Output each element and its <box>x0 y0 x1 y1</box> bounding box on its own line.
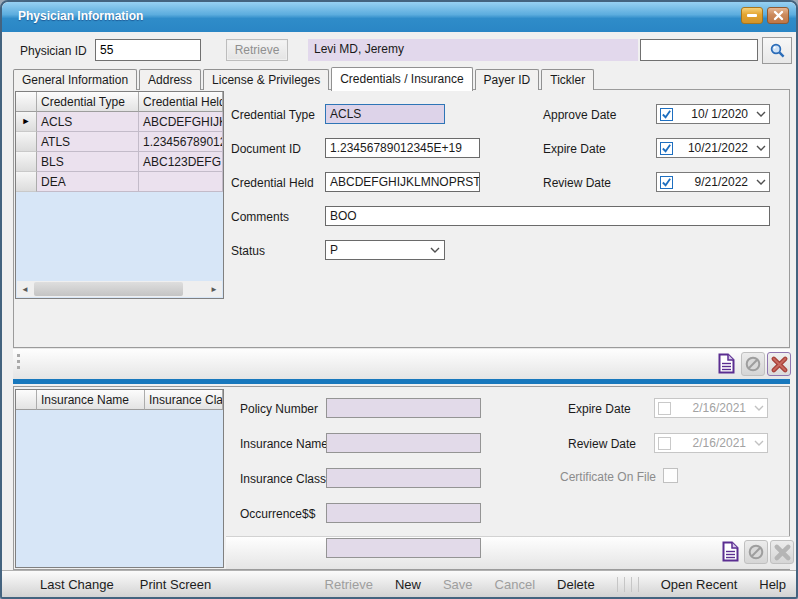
close-icon <box>773 10 784 21</box>
print-screen-menu-item[interactable]: Print Screen <box>140 577 212 592</box>
insurance-class-field-disabled <box>326 468 481 488</box>
grid-cell[interactable]: ABC123DEFG <box>139 152 223 172</box>
credential-row-acls[interactable]: ► ACLS ABCDEFGHIJKLMNOPRSTU <box>16 112 223 132</box>
insurance-grid[interactable]: Insurance Name Insurance Class <box>15 389 224 568</box>
chevron-down-icon[interactable] <box>753 145 769 151</box>
tab-tickler[interactable]: Tickler <box>541 69 594 90</box>
window-title: Physician Information <box>18 9 143 23</box>
chevron-down-icon[interactable] <box>426 247 444 253</box>
column-header-insurance-name[interactable]: Insurance Name <box>37 390 145 410</box>
certificate-on-file-label: Certificate On File <box>560 470 656 484</box>
credential-type-field[interactable]: ACLS <box>325 104 445 124</box>
scroll-right-arrow-icon[interactable]: ► <box>206 281 222 297</box>
minimize-button[interactable] <box>741 7 763 24</box>
physician-name-field: Levi MD, Jeremy <box>308 39 638 61</box>
open-recent-menu-item[interactable]: Open Recent <box>661 577 738 592</box>
column-header-credential-held[interactable]: Credential Held <box>139 92 223 112</box>
red-x-icon <box>770 355 789 374</box>
last-change-menu-item[interactable]: Last Change <box>40 577 114 592</box>
search-button[interactable] <box>762 37 792 64</box>
insurance-review-date-value: 2/16/2021 <box>671 436 751 450</box>
review-date-picker[interactable]: 9/21/2022 <box>656 172 770 192</box>
comments-label: Comments <box>231 210 289 224</box>
credential-held-field[interactable]: ABCDEFGHIJKLMNOPRSTU <box>325 172 480 192</box>
statusbar-right-group: Retrieve New Save Cancel Delete Open Rec… <box>325 577 796 592</box>
tab-general-information[interactable]: General Information <box>13 69 137 90</box>
approve-date-value: 10/ 1/2020 <box>673 107 753 121</box>
grid-cell[interactable]: ATLS <box>37 132 139 152</box>
row-selector[interactable] <box>16 172 37 192</box>
statusbar-separator <box>617 577 639 592</box>
expire-date-picker[interactable]: 10/21/2022 <box>656 138 770 158</box>
document-id-field[interactable]: 1.23456789012345E+19 <box>325 138 480 158</box>
scroll-left-arrow-icon[interactable]: ◄ <box>17 281 33 297</box>
delete-record-button[interactable] <box>767 352 791 376</box>
current-row-arrow-icon: ► <box>22 117 31 126</box>
scrollbar-track[interactable] <box>33 281 206 297</box>
insurance-name-field-disabled <box>326 433 481 453</box>
tab-payer-id[interactable]: Payer ID <box>475 69 540 90</box>
chevron-down-icon[interactable] <box>753 111 769 117</box>
new-menu-item[interactable]: New <box>395 577 421 592</box>
chevron-down-icon <box>751 440 767 446</box>
check-icon <box>661 143 672 154</box>
row-selector[interactable]: ► <box>16 112 37 132</box>
tab-address[interactable]: Address <box>139 69 201 90</box>
review-date-checkbox[interactable] <box>660 176 673 189</box>
help-menu-item[interactable]: Help <box>759 577 786 592</box>
status-value: P <box>326 243 426 257</box>
grid-cell[interactable]: ABCDEFGHIJKLMNOPRSTU <box>139 112 223 132</box>
grid-cell[interactable]: 1.23456789012345E+19 <box>139 132 223 152</box>
policy-number-field-disabled <box>326 398 481 418</box>
grid-cell[interactable] <box>139 172 223 192</box>
physician-id-label: Physician ID <box>20 44 87 58</box>
grid-cell[interactable]: BLS <box>37 152 139 172</box>
approve-date-label: Approve Date <box>543 108 616 122</box>
scrollbar-thumb[interactable] <box>34 282 183 296</box>
approve-date-checkbox[interactable] <box>660 108 673 121</box>
title-bar[interactable]: Physician Information <box>2 2 796 32</box>
insurance-expire-date-label: Expire Date <box>568 402 631 416</box>
insurance-toolstrip <box>226 536 790 569</box>
new-insurance-button[interactable] <box>718 539 742 563</box>
close-button[interactable] <box>767 7 789 24</box>
approve-date-picker[interactable]: 10/ 1/2020 <box>656 104 770 124</box>
column-header-credential-type[interactable]: Credential Type <box>37 92 139 112</box>
insurance-grid-header: Insurance Name Insurance Class <box>16 390 223 410</box>
column-header-insurance-class[interactable]: Insurance Class <box>145 390 223 410</box>
chevron-down-icon[interactable] <box>753 179 769 185</box>
physician-id-input[interactable] <box>95 39 201 61</box>
grid-cell[interactable]: DEA <box>37 172 139 192</box>
retrieve-button[interactable]: Retrieve <box>226 39 288 61</box>
credential-row-bls[interactable]: BLS ABC123DEFG <box>16 152 223 172</box>
tab-license-privileges[interactable]: License & Privileges <box>203 69 329 90</box>
expire-date-checkbox[interactable] <box>660 142 673 155</box>
document-icon <box>718 353 735 374</box>
expire-date-label: Expire Date <box>543 142 606 156</box>
tab-credentials-insurance[interactable]: Credentials / Insurance <box>331 67 472 91</box>
credential-type-label: Credential Type <box>231 108 315 122</box>
certificate-on-file-checkbox[interactable] <box>663 468 678 483</box>
horizontal-scrollbar[interactable]: ◄ ► <box>17 281 222 297</box>
credentials-toolstrip <box>13 348 790 379</box>
delete-menu-item[interactable]: Delete <box>557 577 595 592</box>
credential-held-label: Credential Held <box>231 176 314 190</box>
grid-cell[interactable]: ACLS <box>37 112 139 132</box>
document-icon <box>722 541 739 562</box>
credential-row-atls[interactable]: ATLS 1.23456789012345E+19 <box>16 132 223 152</box>
search-input[interactable] <box>640 39 758 61</box>
new-record-button[interactable] <box>714 351 738 375</box>
row-selector[interactable] <box>16 152 37 172</box>
insurance-expire-date-picker-disabled: 2/16/2021 <box>654 398 768 418</box>
status-dropdown[interactable]: P <box>325 240 445 260</box>
circle-slash-icon <box>744 355 762 373</box>
toolstrip-grip[interactable] <box>17 354 20 372</box>
comments-field[interactable]: BOO <box>325 206 770 226</box>
row-selector[interactable] <box>16 132 37 152</box>
credentials-grid[interactable]: Credential Type Credential Held ► ACLS A… <box>15 91 224 299</box>
delete-insurance-button-disabled <box>770 540 794 564</box>
occurrence-label: Occurrence$$ <box>240 507 315 521</box>
tab-strip: General Information Address License & Pr… <box>13 66 596 90</box>
credential-row-dea[interactable]: DEA <box>16 172 223 192</box>
insurance-review-date-checkbox <box>658 437 671 450</box>
